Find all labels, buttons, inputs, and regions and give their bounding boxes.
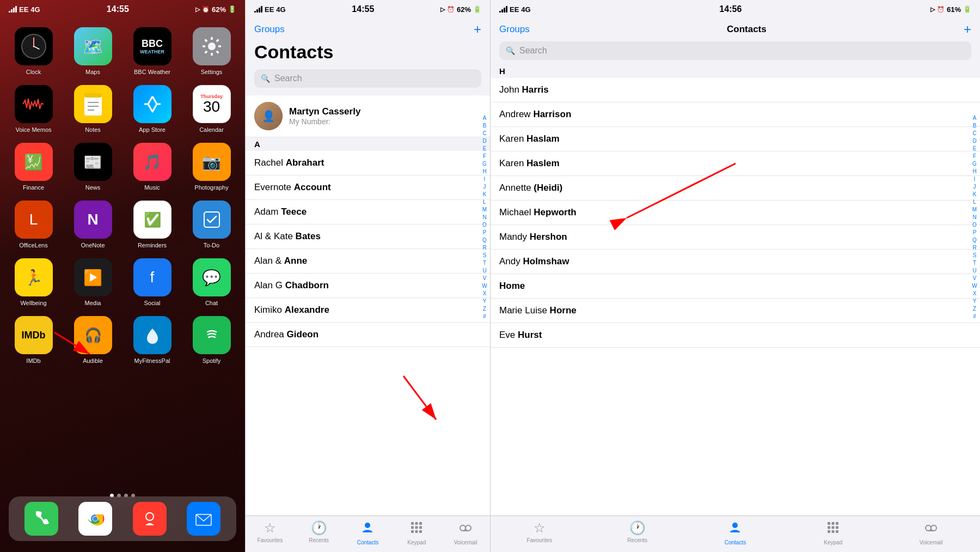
- app-social[interactable]: f Social: [127, 258, 177, 306]
- app-music[interactable]: 🎵 Music: [127, 143, 177, 191]
- svg-rect-6: [84, 95, 102, 116]
- dock-castaway[interactable]: [133, 502, 167, 536]
- app-maps[interactable]: 🗺️ Maps: [68, 27, 118, 75]
- tab-favourites-2[interactable]: ☆ Favourites: [256, 520, 284, 545]
- app-bbc[interactable]: BBC WEATHER BBC Weather: [127, 27, 177, 75]
- myfitnesspal-label: MyFitnessPal: [134, 357, 170, 364]
- contact-bates[interactable]: Al & Kate Bates: [246, 225, 490, 249]
- contact-horne[interactable]: Marie Luise Horne: [491, 299, 980, 323]
- contact-heidi[interactable]: Annette (Heidi): [491, 176, 980, 201]
- search-bar-3[interactable]: 🔍 Search: [499, 41, 971, 60]
- app-appstore[interactable]: App Store: [127, 85, 177, 133]
- app-todo[interactable]: To-Do: [187, 201, 236, 248]
- add-contact-button[interactable]: +: [474, 22, 481, 37]
- battery-icon: 🔋: [228, 5, 236, 13]
- contact-teece[interactable]: Adam Teece: [246, 200, 490, 225]
- time-3: 14:56: [719, 4, 742, 14]
- contact-anne[interactable]: Alan & Anne: [246, 249, 490, 274]
- tab-recents-2[interactable]: 🕐 Recents: [305, 520, 333, 545]
- contact-hepworth[interactable]: Michael Hepworth: [491, 201, 980, 225]
- dock-mail[interactable]: [187, 502, 220, 536]
- tab-voicemail-3[interactable]: Voicemail: [917, 520, 945, 545]
- contact-haslam[interactable]: Karen Haslam: [491, 127, 980, 151]
- settings-label: Settings: [201, 69, 223, 75]
- voicemail-label: Voicemail: [454, 539, 477, 545]
- contact-chadborn[interactable]: Alan G Chadborn: [246, 274, 490, 298]
- alpha-index-2[interactable]: A B C D E F G H I J K L M N O P Q R S T …: [481, 114, 488, 320]
- keypad-icon-3: [826, 520, 840, 538]
- reminders-label: Reminders: [138, 242, 167, 248]
- tab-voicemail-2[interactable]: Voicemail: [452, 520, 479, 545]
- groups-link[interactable]: Groups: [254, 24, 285, 35]
- tab-favourites-3[interactable]: ☆ Favourites: [526, 520, 553, 545]
- contact-account[interactable]: Evernote Account: [246, 175, 490, 200]
- tab-keypad-2[interactable]: Keypad: [403, 520, 430, 545]
- svg-point-33: [460, 525, 465, 531]
- app-onenote[interactable]: N OneNote: [68, 201, 118, 248]
- tab-keypad-3[interactable]: Keypad: [819, 520, 847, 545]
- svg-rect-40: [832, 522, 835, 525]
- wellbeing-label: Wellbeing: [20, 300, 46, 306]
- contact-gideon[interactable]: Andrea Gideon: [246, 323, 490, 347]
- time: 14:55: [107, 4, 129, 14]
- app-officelens[interactable]: L OfficeLens: [9, 201, 58, 248]
- tab-bar-2: ☆ Favourites 🕐 Recents Contacts: [246, 515, 490, 552]
- favourites-label: Favourites: [258, 537, 283, 543]
- contact-abrahart[interactable]: Rachel Abrahart: [246, 151, 490, 175]
- svg-point-49: [931, 525, 936, 531]
- contact-hurst[interactable]: Eve Hurst: [491, 323, 980, 348]
- contacts-tab-label: Contacts: [357, 539, 378, 545]
- tab-contacts-2[interactable]: Contacts: [354, 520, 381, 545]
- search-bar-2[interactable]: 🔍 Search: [254, 69, 481, 88]
- tab-recents-3[interactable]: 🕐 Recents: [624, 520, 651, 545]
- app-voicememos[interactable]: Voice Memos: [9, 85, 58, 133]
- app-clock[interactable]: Clock: [9, 27, 58, 75]
- app-news[interactable]: 📰 News: [68, 143, 118, 191]
- app-myfitnesspal[interactable]: MyFitnessPal: [127, 316, 177, 364]
- dock-chrome[interactable]: [78, 502, 112, 536]
- app-audible[interactable]: 🎧 Audible: [68, 316, 118, 364]
- app-grid: Clock 🗺️ Maps BBC WEATHER BBC Weather: [0, 16, 245, 375]
- appstore-icon-img: [133, 85, 171, 123]
- tab-contacts-3[interactable]: Contacts: [721, 520, 749, 545]
- app-calendar[interactable]: Thursday 30 Calendar: [187, 85, 236, 133]
- app-wellbeing[interactable]: 🏃 Wellbeing: [9, 258, 58, 306]
- app-reminders[interactable]: ✅ Reminders: [127, 201, 177, 248]
- contact-harris[interactable]: John Harris: [491, 78, 980, 102]
- app-chat[interactable]: 💬 Chat: [187, 258, 236, 306]
- app-photography[interactable]: 📷 Photography: [187, 143, 236, 191]
- app-notes[interactable]: Notes: [68, 85, 118, 133]
- contacts-title-3: Contacts: [727, 24, 767, 35]
- svg-rect-26: [419, 522, 422, 525]
- alpha-index-3[interactable]: A B C D E F G H I J K L M N O P Q R S T …: [971, 114, 978, 320]
- contact-haslem[interactable]: Karen Haslem: [491, 151, 980, 176]
- status-right: ▷ ⏰ 62% 🔋: [195, 5, 236, 14]
- contact-home[interactable]: Home: [491, 274, 980, 299]
- svg-rect-30: [411, 530, 414, 533]
- signal-icon-2: [254, 6, 262, 13]
- status-right-3: ▷ ⏰ 61% 🔋: [930, 5, 971, 14]
- add-contact-button-3[interactable]: +: [964, 22, 971, 37]
- carrier-3: EE: [510, 5, 519, 14]
- myfitnesspal-icon-img: [133, 316, 171, 354]
- dock-phone[interactable]: [24, 502, 58, 536]
- app-imdb[interactable]: IMDb IMDb: [9, 316, 58, 364]
- groups-link-3[interactable]: Groups: [499, 24, 530, 35]
- app-media[interactable]: ▶️ Media: [68, 258, 118, 306]
- voicemail-icon: [458, 520, 473, 538]
- app-spotify[interactable]: Spotify: [187, 316, 236, 364]
- my-card[interactable]: 👤 Martyn Casserly My Number:: [246, 95, 490, 137]
- contact-holmshaw[interactable]: Andy Holmshaw: [491, 250, 980, 274]
- battery-icon-2: 🔋: [473, 5, 481, 13]
- photography-label: Photography: [194, 184, 228, 191]
- contact-alexandre[interactable]: Kimiko Alexandre: [246, 298, 490, 323]
- app-finance[interactable]: 💹 Finance: [9, 143, 58, 191]
- contact-hershon[interactable]: Mandy Hershon: [491, 225, 980, 250]
- imdb-label: IMDb: [26, 357, 40, 364]
- audible-icon-img: 🎧: [74, 316, 112, 354]
- svg-rect-41: [836, 522, 838, 525]
- phone-1: EE 4G 14:55 ▷ ⏰ 62% 🔋 Clock: [0, 0, 245, 552]
- app-settings[interactable]: Settings: [187, 27, 236, 75]
- contact-harrison[interactable]: Andrew Harrison: [491, 102, 980, 127]
- svg-rect-45: [828, 530, 830, 533]
